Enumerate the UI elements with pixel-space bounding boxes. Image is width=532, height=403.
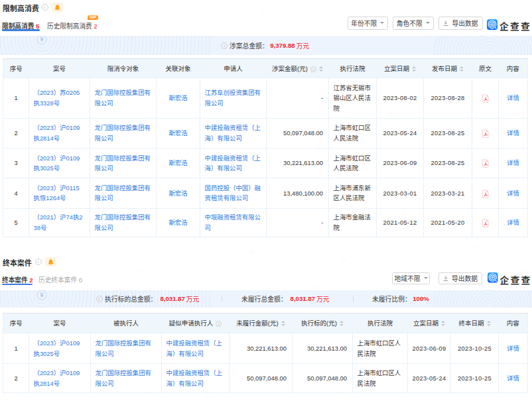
svg-text:¥: ¥ [39, 292, 44, 299]
svg-text:¥: ¥ [39, 36, 44, 43]
